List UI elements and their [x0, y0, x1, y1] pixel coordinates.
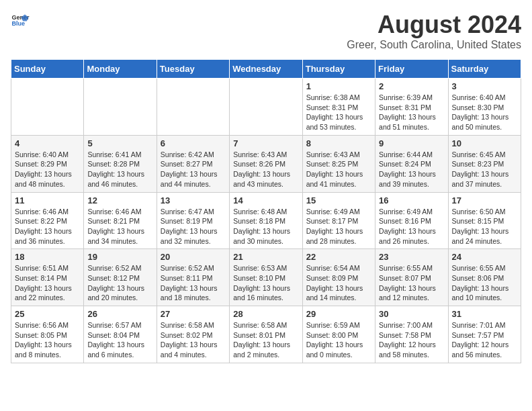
day-number: 31	[452, 309, 517, 319]
calendar-cell: 13Sunrise: 6:47 AM Sunset: 8:19 PM Dayli…	[157, 192, 229, 249]
calendar-cell: 19Sunrise: 6:52 AM Sunset: 8:12 PM Dayli…	[84, 249, 157, 306]
weekday-header-wednesday: Wednesday	[230, 60, 302, 79]
calendar-cell: 1Sunrise: 6:38 AM Sunset: 8:31 PM Daylig…	[302, 79, 375, 136]
day-info: Sunrise: 6:39 AM Sunset: 8:31 PM Dayligh…	[379, 93, 444, 132]
calendar-cell: 30Sunrise: 7:00 AM Sunset: 7:58 PM Dayli…	[375, 306, 448, 363]
day-info: Sunrise: 6:47 AM Sunset: 8:19 PM Dayligh…	[161, 207, 226, 246]
day-number: 12	[87, 195, 152, 205]
calendar-table: SundayMondayTuesdayWednesdayThursdayFrid…	[11, 59, 521, 363]
day-number: 10	[452, 138, 517, 148]
calendar-cell: 28Sunrise: 6:58 AM Sunset: 8:01 PM Dayli…	[230, 306, 302, 363]
weekday-header-tuesday: Tuesday	[157, 60, 229, 79]
day-info: Sunrise: 6:55 AM Sunset: 8:06 PM Dayligh…	[452, 263, 517, 303]
day-info: Sunrise: 6:56 AM Sunset: 8:05 PM Dayligh…	[15, 320, 80, 360]
calendar-cell: 10Sunrise: 6:45 AM Sunset: 8:23 PM Dayli…	[448, 135, 521, 192]
calendar-cell	[230, 79, 302, 136]
calendar-cell: 4Sunrise: 6:40 AM Sunset: 8:29 PM Daylig…	[11, 135, 84, 192]
day-number: 22	[306, 252, 371, 262]
header: General Blue August 2024 Greer, South Ca…	[11, 11, 521, 51]
calendar-cell	[11, 79, 84, 136]
page-subtitle: Greer, South Carolina, United States	[347, 39, 521, 51]
day-info: Sunrise: 6:55 AM Sunset: 8:07 PM Dayligh…	[379, 263, 444, 303]
day-number: 26	[87, 309, 152, 319]
day-number: 19	[87, 252, 152, 262]
day-number: 20	[161, 252, 226, 262]
day-info: Sunrise: 6:40 AM Sunset: 8:29 PM Dayligh…	[15, 150, 80, 189]
day-number: 3	[452, 81, 517, 91]
calendar-cell: 11Sunrise: 6:46 AM Sunset: 8:22 PM Dayli…	[11, 192, 84, 249]
day-info: Sunrise: 6:57 AM Sunset: 8:04 PM Dayligh…	[87, 320, 152, 360]
calendar-cell: 16Sunrise: 6:49 AM Sunset: 8:16 PM Dayli…	[375, 192, 448, 249]
calendar-week-5: 25Sunrise: 6:56 AM Sunset: 8:05 PM Dayli…	[11, 306, 521, 363]
calendar-week-3: 11Sunrise: 6:46 AM Sunset: 8:22 PM Dayli…	[11, 192, 521, 249]
day-number: 7	[233, 138, 298, 148]
weekday-header-monday: Monday	[84, 60, 157, 79]
day-number: 9	[379, 138, 444, 148]
day-info: Sunrise: 6:42 AM Sunset: 8:27 PM Dayligh…	[161, 150, 226, 189]
day-number: 5	[87, 138, 152, 148]
calendar-cell: 3Sunrise: 6:40 AM Sunset: 8:30 PM Daylig…	[448, 79, 521, 136]
calendar-cell: 18Sunrise: 6:51 AM Sunset: 8:14 PM Dayli…	[11, 249, 84, 306]
calendar-cell: 9Sunrise: 6:44 AM Sunset: 8:24 PM Daylig…	[375, 135, 448, 192]
page-title: August 2024	[347, 11, 521, 39]
day-number: 6	[161, 138, 226, 148]
calendar-cell: 6Sunrise: 6:42 AM Sunset: 8:27 PM Daylig…	[157, 135, 229, 192]
day-number: 25	[15, 309, 80, 319]
calendar-cell: 7Sunrise: 6:43 AM Sunset: 8:26 PM Daylig…	[230, 135, 302, 192]
day-info: Sunrise: 6:53 AM Sunset: 8:10 PM Dayligh…	[233, 263, 298, 303]
calendar-cell: 25Sunrise: 6:56 AM Sunset: 8:05 PM Dayli…	[11, 306, 84, 363]
calendar-cell: 20Sunrise: 6:52 AM Sunset: 8:11 PM Dayli…	[157, 249, 229, 306]
day-info: Sunrise: 7:00 AM Sunset: 7:58 PM Dayligh…	[379, 320, 444, 360]
weekday-header-sunday: Sunday	[11, 60, 84, 79]
weekday-header-friday: Friday	[375, 60, 448, 79]
calendar-cell: 26Sunrise: 6:57 AM Sunset: 8:04 PM Dayli…	[84, 306, 157, 363]
day-number: 16	[379, 195, 444, 205]
calendar-cell: 12Sunrise: 6:46 AM Sunset: 8:21 PM Dayli…	[84, 192, 157, 249]
day-info: Sunrise: 7:01 AM Sunset: 7:57 PM Dayligh…	[452, 320, 517, 360]
calendar-cell: 24Sunrise: 6:55 AM Sunset: 8:06 PM Dayli…	[448, 249, 521, 306]
day-info: Sunrise: 6:59 AM Sunset: 8:00 PM Dayligh…	[306, 320, 371, 360]
day-number: 15	[306, 195, 371, 205]
day-info: Sunrise: 6:50 AM Sunset: 8:15 PM Dayligh…	[452, 207, 517, 246]
day-info: Sunrise: 6:48 AM Sunset: 8:18 PM Dayligh…	[233, 207, 298, 246]
day-info: Sunrise: 6:51 AM Sunset: 8:14 PM Dayligh…	[15, 263, 80, 303]
calendar-cell: 29Sunrise: 6:59 AM Sunset: 8:00 PM Dayli…	[302, 306, 375, 363]
day-number: 18	[15, 252, 80, 262]
calendar-cell: 17Sunrise: 6:50 AM Sunset: 8:15 PM Dayli…	[448, 192, 521, 249]
day-number: 27	[161, 309, 226, 319]
day-number: 30	[379, 309, 444, 319]
calendar-cell: 22Sunrise: 6:54 AM Sunset: 8:09 PM Dayli…	[302, 249, 375, 306]
day-number: 29	[306, 309, 371, 319]
calendar-cell	[84, 79, 157, 136]
calendar-cell: 2Sunrise: 6:39 AM Sunset: 8:31 PM Daylig…	[375, 79, 448, 136]
day-number: 24	[452, 252, 517, 262]
day-number: 14	[233, 195, 298, 205]
day-info: Sunrise: 6:58 AM Sunset: 8:02 PM Dayligh…	[161, 320, 226, 360]
day-number: 17	[452, 195, 517, 205]
calendar-cell: 14Sunrise: 6:48 AM Sunset: 8:18 PM Dayli…	[230, 192, 302, 249]
day-info: Sunrise: 6:46 AM Sunset: 8:22 PM Dayligh…	[15, 207, 80, 246]
svg-text:Blue: Blue	[11, 20, 25, 27]
day-info: Sunrise: 6:43 AM Sunset: 8:26 PM Dayligh…	[233, 150, 298, 189]
weekday-header-saturday: Saturday	[448, 60, 521, 79]
title-area: August 2024 Greer, South Carolina, Unite…	[347, 11, 521, 51]
day-info: Sunrise: 6:49 AM Sunset: 8:17 PM Dayligh…	[306, 207, 371, 246]
day-info: Sunrise: 6:58 AM Sunset: 8:01 PM Dayligh…	[233, 320, 298, 360]
day-info: Sunrise: 6:44 AM Sunset: 8:24 PM Dayligh…	[379, 150, 444, 189]
calendar-cell: 8Sunrise: 6:43 AM Sunset: 8:25 PM Daylig…	[302, 135, 375, 192]
day-number: 2	[379, 81, 444, 91]
calendar-cell: 15Sunrise: 6:49 AM Sunset: 8:17 PM Dayli…	[302, 192, 375, 249]
logo: General Blue	[11, 11, 30, 30]
calendar-cell: 23Sunrise: 6:55 AM Sunset: 8:07 PM Dayli…	[375, 249, 448, 306]
day-info: Sunrise: 6:43 AM Sunset: 8:25 PM Dayligh…	[306, 150, 371, 189]
day-info: Sunrise: 6:41 AM Sunset: 8:28 PM Dayligh…	[87, 150, 152, 189]
day-number: 21	[233, 252, 298, 262]
day-info: Sunrise: 6:40 AM Sunset: 8:30 PM Dayligh…	[452, 93, 517, 132]
day-number: 13	[161, 195, 226, 205]
day-number: 8	[306, 138, 371, 148]
calendar-cell: 5Sunrise: 6:41 AM Sunset: 8:28 PM Daylig…	[84, 135, 157, 192]
calendar-cell	[157, 79, 229, 136]
day-info: Sunrise: 6:52 AM Sunset: 8:12 PM Dayligh…	[87, 263, 152, 303]
calendar-cell: 21Sunrise: 6:53 AM Sunset: 8:10 PM Dayli…	[230, 249, 302, 306]
day-number: 28	[233, 309, 298, 319]
